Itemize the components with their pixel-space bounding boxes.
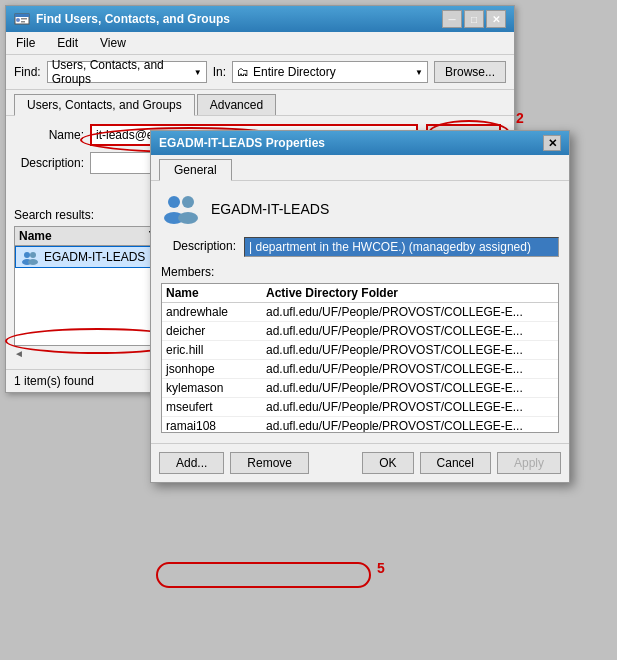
tab-bar: Users, Contacts, and Groups Advanced — [6, 90, 514, 116]
properties-dialog: EGADM-IT-LEADS Properties ✕ General EGAD… — [150, 130, 570, 483]
menu-edit[interactable]: Edit — [51, 34, 84, 52]
svg-point-9 — [168, 196, 180, 208]
window-controls: ─ □ ✕ — [442, 10, 506, 28]
dialog-title-text: EGADM-IT-LEADS Properties — [159, 136, 325, 150]
maximize-button[interactable]: □ — [464, 10, 484, 28]
dialog-description-row: Description: | department in the HWCOE.)… — [161, 237, 559, 257]
members-col-folder: Active Directory Folder — [266, 286, 554, 300]
member-row[interactable]: andrewhalead.ufl.edu/UF/People/PROVOST/C… — [162, 303, 558, 322]
svg-point-8 — [28, 259, 38, 265]
member-row[interactable]: mseufertad.ufl.edu/UF/People/PROVOST/COL… — [162, 398, 558, 417]
callout-5: 5 — [377, 560, 385, 576]
members-col-name: Name — [166, 286, 266, 300]
callout-5-circle — [156, 562, 371, 588]
members-scroll[interactable]: andrewhalead.ufl.edu/UF/People/PROVOST/C… — [162, 303, 558, 433]
ok-button[interactable]: OK — [362, 452, 413, 474]
member-row[interactable]: jsonhopead.ufl.edu/UF/People/PROVOST/COL… — [162, 360, 558, 379]
members-label: Members: — [161, 265, 559, 279]
find-label: Find: — [14, 65, 41, 79]
name-label: Name: — [14, 128, 84, 142]
member-folder: ad.ufl.edu/UF/People/PROVOST/COLLEGE-E..… — [266, 305, 554, 319]
find-type-dropdown[interactable]: Users, Contacts, and Groups ▼ — [47, 61, 207, 83]
member-folder: ad.ufl.edu/UF/People/PROVOST/COLLEGE-E..… — [266, 362, 554, 376]
title-bar: Find Users, Contacts, and Groups ─ □ ✕ — [6, 6, 514, 32]
tab-advanced[interactable]: Advanced — [197, 94, 276, 115]
in-label: In: — [213, 65, 226, 79]
member-folder: ad.ufl.edu/UF/People/PROVOST/COLLEGE-E..… — [266, 324, 554, 338]
window-icon — [14, 11, 30, 27]
close-button[interactable]: ✕ — [486, 10, 506, 28]
dialog-tab-general[interactable]: General — [159, 159, 232, 181]
directory-icon: 🗂 — [237, 65, 249, 79]
dialog-description-value[interactable]: | department in the HWCOE.) (managedby a… — [244, 237, 559, 257]
member-name: eric.hill — [166, 343, 266, 357]
members-section: Members: Name Active Directory Folder an… — [161, 265, 559, 433]
member-name: deicher — [166, 324, 266, 338]
svg-point-12 — [178, 212, 198, 224]
svg-rect-4 — [21, 21, 25, 23]
big-group-icon — [161, 191, 201, 227]
dialog-description-label: Description: — [161, 237, 236, 253]
member-folder: ad.ufl.edu/UF/People/PROVOST/COLLEGE-E..… — [266, 381, 554, 395]
remove-button[interactable]: Remove — [230, 452, 309, 474]
member-folder: ad.ufl.edu/UF/People/PROVOST/COLLEGE-E..… — [266, 419, 554, 433]
dialog-title-bar: EGADM-IT-LEADS Properties ✕ — [151, 131, 569, 155]
member-name: andrewhale — [166, 305, 266, 319]
find-type-value: Users, Contacts, and Groups — [52, 58, 190, 86]
dialog-tab-bar: General — [151, 155, 569, 181]
group-icon — [20, 249, 40, 265]
browse-button[interactable]: Browse... — [434, 61, 506, 83]
svg-point-2 — [16, 18, 20, 22]
dialog-footer-right: OK Cancel Apply — [362, 452, 561, 474]
status-text: 1 item(s) found — [14, 374, 94, 388]
scroll-left[interactable]: ◄ — [14, 348, 24, 359]
add-button[interactable]: Add... — [159, 452, 224, 474]
svg-rect-1 — [15, 14, 29, 17]
member-row[interactable]: eric.hillad.ufl.edu/UF/People/PROVOST/CO… — [162, 341, 558, 360]
svg-point-5 — [24, 252, 30, 258]
window-title: Find Users, Contacts, and Groups — [36, 12, 230, 26]
directory-value: Entire Directory — [253, 65, 336, 79]
member-folder: ad.ufl.edu/UF/People/PROVOST/COLLEGE-E..… — [266, 400, 554, 414]
member-name: jsonhope — [166, 362, 266, 376]
member-name: ramai108 — [166, 419, 266, 433]
member-row[interactable]: deicherad.ufl.edu/UF/People/PROVOST/COLL… — [162, 322, 558, 341]
member-folder: ad.ufl.edu/UF/People/PROVOST/COLLEGE-E..… — [266, 343, 554, 357]
member-name: kylemason — [166, 381, 266, 395]
menu-view[interactable]: View — [94, 34, 132, 52]
menu-file[interactable]: File — [10, 34, 41, 52]
dialog-footer: Add... Remove OK Cancel Apply — [151, 443, 569, 482]
svg-rect-3 — [21, 18, 27, 20]
members-header: Name Active Directory Folder — [162, 284, 558, 303]
dialog-close-button[interactable]: ✕ — [543, 135, 561, 151]
svg-point-10 — [182, 196, 194, 208]
member-row[interactable]: ramai108ad.ufl.edu/UF/People/PROVOST/COL… — [162, 417, 558, 433]
directory-arrow: ▼ — [415, 68, 423, 77]
dialog-body: EGADM-IT-LEADS Description: | department… — [151, 181, 569, 443]
tab-users-contacts[interactable]: Users, Contacts, and Groups — [14, 94, 195, 116]
dialog-group-name: EGADM-IT-LEADS — [211, 201, 329, 217]
find-row: Find: Users, Contacts, and Groups ▼ In: … — [6, 55, 514, 90]
members-table[interactable]: Name Active Directory Folder andrewhalea… — [161, 283, 559, 433]
member-name: mseufert — [166, 400, 266, 414]
find-type-arrow: ▼ — [194, 68, 202, 77]
minimize-button[interactable]: ─ — [442, 10, 462, 28]
col-name-header: Name — [19, 229, 149, 243]
svg-point-6 — [30, 252, 36, 258]
apply-button[interactable]: Apply — [497, 452, 561, 474]
cancel-button[interactable]: Cancel — [420, 452, 491, 474]
menu-bar: File Edit View — [6, 32, 514, 55]
callout-2: 2 — [516, 110, 524, 126]
description-label: Description: — [14, 156, 84, 170]
member-row[interactable]: kylemasonad.ufl.edu/UF/People/PROVOST/CO… — [162, 379, 558, 398]
directory-dropdown[interactable]: 🗂 Entire Directory ▼ — [232, 61, 428, 83]
dialog-header-row: EGADM-IT-LEADS — [161, 191, 559, 227]
dialog-footer-left: Add... Remove — [159, 452, 309, 474]
